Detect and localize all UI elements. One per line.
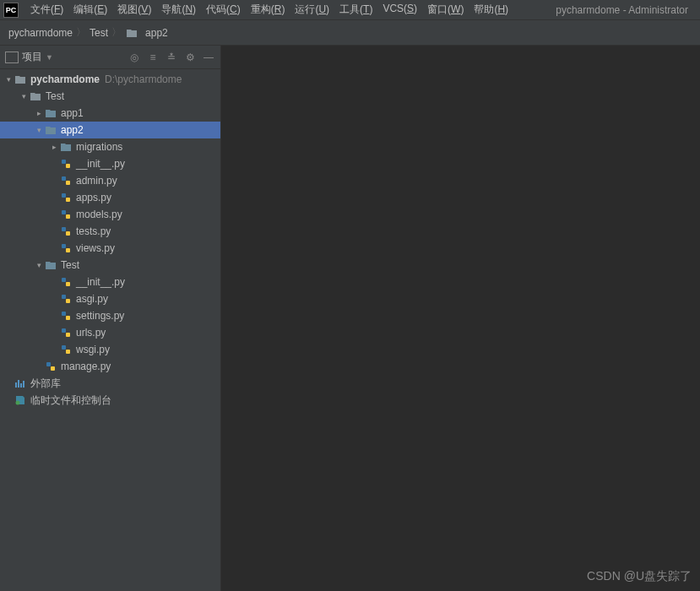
breadcrumb-root[interactable]: pycharmdome <box>8 27 73 39</box>
svg-rect-10 <box>62 244 66 248</box>
menu-item[interactable]: 文件(F) <box>25 1 68 19</box>
breadcrumb-leaf[interactable]: app2 <box>125 27 168 39</box>
external-libraries[interactable]: 外部库 <box>0 375 220 392</box>
collapse-all-icon[interactable]: ≛ <box>165 51 178 64</box>
svg-rect-11 <box>66 248 70 252</box>
file-manage[interactable]: manage.py <box>0 358 220 375</box>
menu-item[interactable]: 重构(R) <box>246 1 290 19</box>
tree-item-label: 外部库 <box>30 377 61 391</box>
python-file-icon <box>59 192 73 203</box>
window-title: pycharmdome - Administrator <box>556 4 697 16</box>
tree-item-label: pycharmdome <box>30 73 100 85</box>
expand-arrow-icon[interactable] <box>19 92 29 100</box>
menu-item[interactable]: 运行(U) <box>290 1 334 19</box>
svg-point-28 <box>16 401 20 405</box>
svg-rect-24 <box>15 382 17 388</box>
svg-rect-23 <box>51 366 55 371</box>
chevron-right-icon: 〉 <box>111 25 122 40</box>
tree-item-label: __init__.py <box>76 158 125 170</box>
svg-rect-6 <box>62 210 66 214</box>
expand-arrow-icon[interactable] <box>3 75 14 84</box>
expand-arrow-icon[interactable] <box>49 143 59 151</box>
expand-arrow-icon[interactable] <box>34 126 44 134</box>
python-file-icon <box>59 158 73 170</box>
svg-rect-17 <box>66 316 70 320</box>
path-hint: D:\pycharmdome <box>105 73 182 85</box>
menu-item[interactable]: 编辑(E) <box>68 1 112 19</box>
file-item[interactable]: wsgi.py <box>0 341 220 358</box>
tree-item-label: settings.py <box>76 310 124 322</box>
file-item[interactable]: settings.py <box>0 307 220 324</box>
folder-test[interactable]: Test <box>0 88 220 105</box>
project-sidebar: 项目 ▼ ◎ ≡ ≛ ⚙ — pycharmdomeD:\pycharmdome… <box>0 46 221 591</box>
menu-item[interactable]: 帮助(H) <box>469 1 513 19</box>
dropdown-icon[interactable]: ▼ <box>46 53 53 62</box>
python-file-icon <box>59 225 73 237</box>
project-tool-icon[interactable] <box>5 52 19 63</box>
project-root[interactable]: pycharmdomeD:\pycharmdome <box>0 71 220 88</box>
svg-rect-27 <box>23 381 24 388</box>
settings-icon[interactable]: ⚙ <box>183 51 197 64</box>
chevron-right-icon: 〉 <box>76 25 86 40</box>
menu-item[interactable]: 代码(C) <box>201 1 246 19</box>
python-file-icon <box>59 310 73 322</box>
svg-rect-15 <box>66 299 70 303</box>
folder-app1[interactable]: app1 <box>0 105 220 122</box>
app-logo: PC <box>3 3 19 18</box>
folder-app2[interactable]: app2 <box>0 122 220 138</box>
file-item[interactable]: __init__.py <box>0 155 220 172</box>
svg-rect-14 <box>62 295 66 299</box>
tree-item-label: app2 <box>61 124 84 136</box>
folder-test-inner[interactable]: Test <box>0 257 220 274</box>
menu-item[interactable]: VCS(S) <box>377 1 422 19</box>
svg-rect-3 <box>66 181 70 185</box>
menu-item[interactable]: 工具(T) <box>334 1 377 19</box>
tree-item-label: 临时文件和控制台 <box>30 393 111 408</box>
svg-rect-21 <box>66 350 70 354</box>
svg-rect-22 <box>46 362 51 366</box>
project-label: 项目 <box>22 50 42 64</box>
python-file-icon <box>59 175 73 187</box>
file-item[interactable]: urls.py <box>0 324 220 341</box>
folder-icon <box>29 92 42 101</box>
svg-rect-1 <box>66 164 70 168</box>
expand-arrow-icon[interactable] <box>34 109 44 117</box>
package-icon <box>44 109 57 118</box>
file-item[interactable]: asgi.py <box>0 290 220 307</box>
scratches-consoles[interactable]: 临时文件和控制台 <box>0 392 220 409</box>
folder-migrations[interactable]: migrations <box>0 138 220 155</box>
hide-icon[interactable]: — <box>202 51 215 64</box>
editor-area <box>221 46 700 591</box>
file-item[interactable]: tests.py <box>0 223 220 240</box>
svg-rect-13 <box>66 282 70 286</box>
svg-rect-5 <box>66 198 70 202</box>
svg-rect-4 <box>62 193 66 198</box>
project-tree: pycharmdomeD:\pycharmdomeTestapp1app2mig… <box>0 69 220 591</box>
file-item[interactable]: apps.py <box>0 189 220 206</box>
python-file-icon <box>59 276 73 288</box>
tree-item-label: migrations <box>76 141 122 153</box>
file-item[interactable]: __init__.py <box>0 274 220 290</box>
folder-icon <box>14 75 27 84</box>
package-icon <box>59 143 73 152</box>
python-file-icon <box>59 327 73 339</box>
breadcrumb-mid[interactable]: Test <box>90 27 108 39</box>
svg-rect-18 <box>62 328 66 333</box>
svg-rect-20 <box>62 345 66 350</box>
python-file-icon <box>59 293 73 305</box>
menu-item[interactable]: 窗口(W) <box>422 1 469 19</box>
file-item[interactable]: views.py <box>0 240 220 257</box>
locate-icon[interactable]: ◎ <box>128 51 141 64</box>
breadcrumb: pycharmdome 〉 Test 〉 app2 <box>0 20 700 46</box>
file-item[interactable]: models.py <box>0 206 220 223</box>
svg-rect-2 <box>62 176 66 181</box>
folder-icon <box>125 28 138 38</box>
expand-all-icon[interactable]: ≡ <box>146 51 160 64</box>
menu-item[interactable]: 导航(N) <box>156 1 201 19</box>
expand-arrow-icon[interactable] <box>34 261 44 269</box>
svg-rect-25 <box>18 380 19 388</box>
file-item[interactable]: admin.py <box>0 172 220 189</box>
svg-rect-7 <box>66 214 70 219</box>
tree-item-label: Test <box>46 90 64 102</box>
menu-item[interactable]: 视图(V) <box>112 1 156 19</box>
